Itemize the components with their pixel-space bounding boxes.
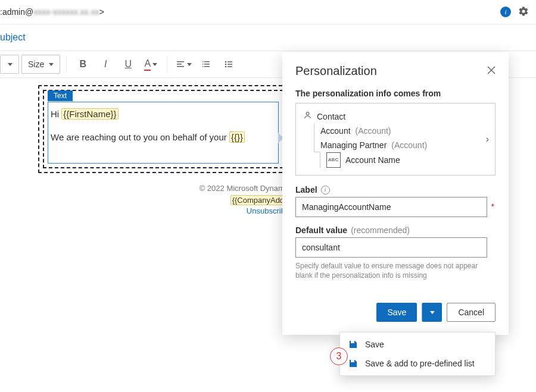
label-field-label: Label	[295, 185, 317, 195]
font-family-select[interactable]	[0, 55, 19, 74]
panel-title: Personalization	[295, 64, 377, 78]
save-icon	[348, 340, 358, 349]
label-input[interactable]	[295, 197, 487, 217]
chevron-down-icon	[187, 63, 192, 66]
chevron-down-icon	[49, 63, 54, 66]
email-text-block[interactable]: Text Hi {{FirstName}} We are reaching ou…	[48, 102, 279, 164]
info-icon[interactable]: i	[321, 186, 330, 195]
gear-icon[interactable]	[518, 6, 529, 18]
bulleted-list-button[interactable]	[219, 54, 239, 74]
personalization-source-tree[interactable]: › Contact Account (Account) Managing Par…	[295, 103, 496, 175]
block-type-tag: Text	[48, 90, 73, 101]
svg-point-2	[225, 66, 227, 68]
personalization-token-firstname[interactable]: {{FirstName}}	[61, 108, 118, 120]
close-icon[interactable]	[487, 66, 496, 76]
italic-button[interactable]: I	[95, 54, 116, 74]
svg-point-0	[225, 61, 227, 63]
from-domain-redacted: xxxx-xxxxxx.xx.xx	[33, 7, 99, 17]
chevron-down-icon	[8, 63, 13, 66]
align-button[interactable]	[173, 54, 194, 74]
info-icon[interactable]: i	[500, 7, 511, 17]
personalization-panel: Personalization The personalization info…	[282, 52, 509, 335]
subject-field[interactable]: ubject	[0, 32, 26, 43]
save-dropdown-menu: Save Save & add to pre-defined list	[339, 332, 496, 376]
underline-button[interactable]: U	[118, 54, 138, 74]
personalization-token-empty[interactable]: {{}}	[229, 131, 245, 143]
svg-point-1	[225, 64, 227, 65]
default-value-label: Default value	[295, 225, 347, 235]
save-button[interactable]: Save	[376, 303, 417, 322]
save-add-icon	[348, 359, 358, 368]
step-callout-3: 3	[330, 347, 348, 365]
bold-button[interactable]: B	[73, 54, 93, 74]
menu-item-save-add[interactable]: Save & add to pre-defined list	[340, 354, 495, 373]
numbered-list-button[interactable]	[196, 54, 216, 74]
source-section-label: The personalization info comes from	[295, 89, 496, 98]
from-field: :admin@xxxx-xxxxxx.xx.xx>	[0, 7, 500, 17]
cancel-button[interactable]: Cancel	[447, 303, 496, 322]
menu-item-save[interactable]: Save	[340, 335, 495, 354]
font-color-button[interactable]: A	[141, 54, 161, 74]
font-size-select[interactable]: Size	[21, 55, 60, 74]
contact-icon	[303, 109, 312, 124]
chevron-down-icon	[152, 63, 157, 66]
default-value-help: Specify default value to ensure message …	[295, 261, 496, 280]
svg-point-3	[306, 112, 309, 115]
text-field-icon: ABC	[326, 152, 341, 168]
default-value-input[interactable]	[295, 237, 487, 258]
chevron-down-icon	[430, 311, 435, 314]
save-split-button[interactable]	[422, 303, 442, 322]
